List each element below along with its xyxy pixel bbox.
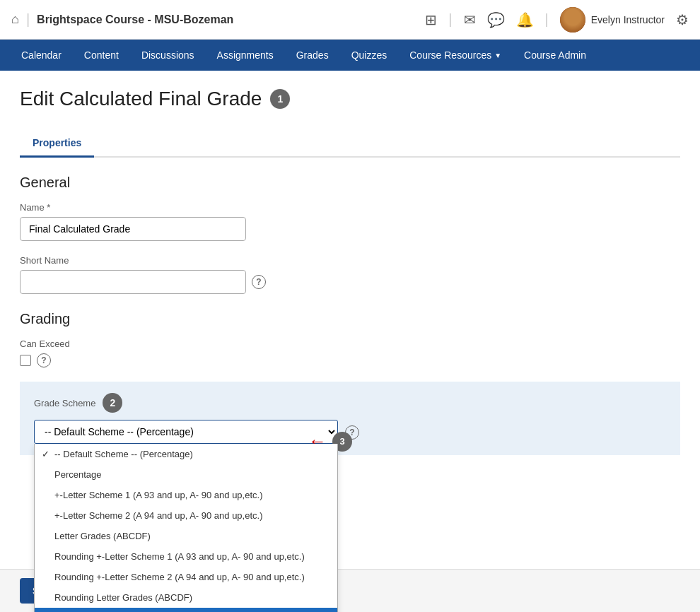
avatar bbox=[560, 7, 585, 33]
grade-scheme-title: Grade Scheme bbox=[34, 398, 95, 408]
grade-scheme-section: Grade Scheme 2 -- Default Scheme -- (Per… bbox=[20, 382, 680, 455]
nav-discussions[interactable]: Discussions bbox=[132, 42, 204, 68]
nav-bar: Calendar Content Discussions Assignments… bbox=[0, 40, 700, 71]
can-exceed-label: Can Exceed bbox=[20, 339, 680, 349]
grade-scheme-dropdown-wrapper: -- Default Scheme -- (Percentage) Percen… bbox=[34, 420, 338, 444]
tabs: Properties bbox=[20, 130, 680, 158]
tab-properties[interactable]: Properties bbox=[20, 130, 94, 158]
top-bar: ⌂ | Brightspace Course - MSU-Bozeman ⊞ |… bbox=[0, 0, 700, 40]
grid-icon[interactable]: ⊞ bbox=[425, 11, 437, 28]
nav-quizzes[interactable]: Quizzes bbox=[342, 42, 397, 68]
grade-scheme-header: Grade Scheme 2 bbox=[34, 393, 666, 413]
dropdown-option-percentage[interactable]: Percentage bbox=[35, 464, 337, 485]
page-title-row: Edit Calculated Final Grade 1 bbox=[20, 88, 680, 110]
grade-scheme-select[interactable]: -- Default Scheme -- (Percentage) Percen… bbox=[34, 420, 338, 444]
short-name-input[interactable] bbox=[20, 270, 246, 294]
can-exceed-checkbox[interactable] bbox=[20, 355, 31, 366]
dropdown-option-rounding2[interactable]: Rounding +-Letter Scheme 2 (A 94 and up,… bbox=[35, 567, 337, 587]
grade-scheme-input-row: -- Default Scheme -- (Percentage) Percen… bbox=[34, 420, 666, 444]
course-resources-dropdown-arrow: ▼ bbox=[494, 52, 501, 59]
dropdown-annotation-area: -- Default Scheme -- (Percentage) Percen… bbox=[34, 420, 338, 444]
dropdown-option-rounding1[interactable]: Rounding +-Letter Scheme 1 (A 93 and up,… bbox=[35, 546, 337, 567]
general-section-title: General bbox=[20, 175, 680, 191]
dropdown-container: -- Default Scheme -- (Percentage) Percen… bbox=[34, 420, 338, 444]
nav-course-admin[interactable]: Course Admin bbox=[514, 42, 596, 68]
home-icon[interactable]: ⌂ bbox=[11, 12, 19, 27]
bell-icon[interactable]: 🔔 bbox=[516, 11, 534, 28]
page-title: Edit Calculated Final Grade bbox=[20, 88, 262, 110]
short-name-label: Short Name bbox=[20, 255, 680, 266]
nav-assignments[interactable]: Assignments bbox=[207, 42, 284, 68]
dropdown-option-rounding-abcdf[interactable]: Rounding Letter Grades (ABCDF) bbox=[35, 587, 337, 608]
short-name-row: ? bbox=[20, 270, 680, 294]
short-name-help-icon[interactable]: ? bbox=[252, 275, 266, 289]
dropdown-menu: -- Default Scheme -- (Percentage) Percen… bbox=[34, 444, 338, 612]
dropdown-option-custom[interactable]: Custom Letter Grade Scheme bbox=[35, 608, 337, 612]
grading-section: Grading Can Exceed ? bbox=[20, 311, 680, 367]
settings-icon[interactable]: ⚙ bbox=[676, 11, 689, 28]
dropdown-option-default[interactable]: -- Default Scheme -- (Percentage) bbox=[35, 444, 337, 464]
separator: | bbox=[26, 11, 30, 28]
name-label: Name bbox=[20, 202, 680, 213]
user-name: Evelyn Instructor bbox=[591, 14, 665, 25]
nav-grades[interactable]: Grades bbox=[286, 42, 339, 68]
can-exceed-row: ? bbox=[20, 353, 680, 367]
short-name-field-group: Short Name ? bbox=[20, 255, 680, 294]
user-info[interactable]: Evelyn Instructor bbox=[560, 7, 665, 33]
nav-calendar[interactable]: Calendar bbox=[11, 42, 71, 68]
grading-section-title: Grading bbox=[20, 311, 680, 327]
page-content: Edit Calculated Final Grade 1 Properties… bbox=[0, 71, 700, 612]
step-badge-1: 1 bbox=[270, 89, 290, 109]
step-badge-2: 2 bbox=[103, 393, 122, 413]
course-title: Brightspace Course - MSU-Bozeman bbox=[37, 13, 233, 26]
can-exceed-group: Can Exceed ? bbox=[20, 339, 680, 367]
top-bar-right: ⊞ | ✉ 💬 🔔 | Evelyn Instructor ⚙ bbox=[425, 7, 689, 33]
name-input[interactable] bbox=[20, 217, 246, 241]
name-field-group: Name bbox=[20, 202, 680, 241]
top-bar-left: ⌂ | Brightspace Course - MSU-Bozeman bbox=[11, 11, 416, 28]
dropdown-option-letter2[interactable]: +-Letter Scheme 2 (A 94 and up, A- 90 an… bbox=[35, 505, 337, 526]
can-exceed-help-icon[interactable]: ? bbox=[37, 353, 51, 367]
mail-icon[interactable]: ✉ bbox=[464, 11, 476, 28]
chat-icon[interactable]: 💬 bbox=[487, 11, 505, 28]
dropdown-option-abcdf[interactable]: Letter Grades (ABCDF) bbox=[35, 526, 337, 546]
dropdown-option-letter1[interactable]: +-Letter Scheme 1 (A 93 and up, A- 90 an… bbox=[35, 485, 337, 505]
nav-course-resources[interactable]: Course Resources ▼ bbox=[399, 42, 511, 68]
nav-content[interactable]: Content bbox=[74, 42, 129, 68]
